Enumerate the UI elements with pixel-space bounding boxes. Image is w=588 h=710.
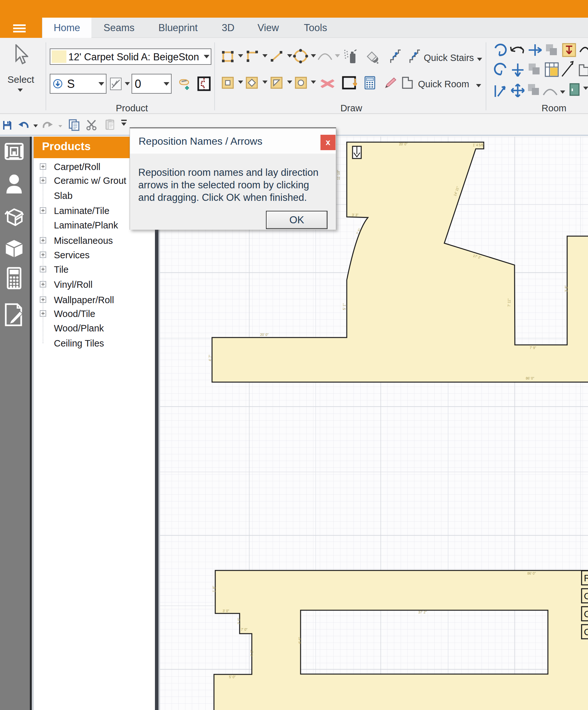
svg-text:11' 10": 11' 10" [336,170,340,180]
svg-text:7' 11": 7' 11" [507,299,511,307]
svg-text:4' 0": 4' 0" [250,650,254,657]
svg-text:2' 0": 2' 0" [237,618,241,624]
svg-text:86' 0": 86' 0" [527,571,536,575]
svg-text:7' 9": 7' 9" [530,346,536,350]
svg-text:7' 0": 7' 0" [241,628,248,632]
svg-text:C: C [584,626,588,637]
svg-text:20' 0": 20' 0" [399,142,407,146]
svg-text:C: C [584,609,588,619]
svg-text:C: C [584,591,588,601]
svg-text:R: R [584,573,588,583]
svg-text:1' 8": 1' 8" [212,586,216,592]
svg-text:86' 0": 86' 0" [526,376,534,380]
svg-text:3' 0": 3' 0" [222,609,229,613]
svg-text:3' 8": 3' 8" [564,285,568,292]
svg-text:20' 0": 20' 0" [260,333,268,336]
svg-text:4' 7": 4' 7" [208,355,212,361]
svg-text:3' 3": 3' 3" [352,213,359,217]
svg-text:37' 2": 37' 2" [418,610,427,614]
svg-text:5' 1": 5' 1" [342,303,346,310]
svg-text:5' 0": 5' 0" [229,675,236,679]
svg-text:6' 6": 6' 6" [298,637,302,644]
svg-text:1' 4 5/8": 1' 4 5/8" [473,143,485,147]
